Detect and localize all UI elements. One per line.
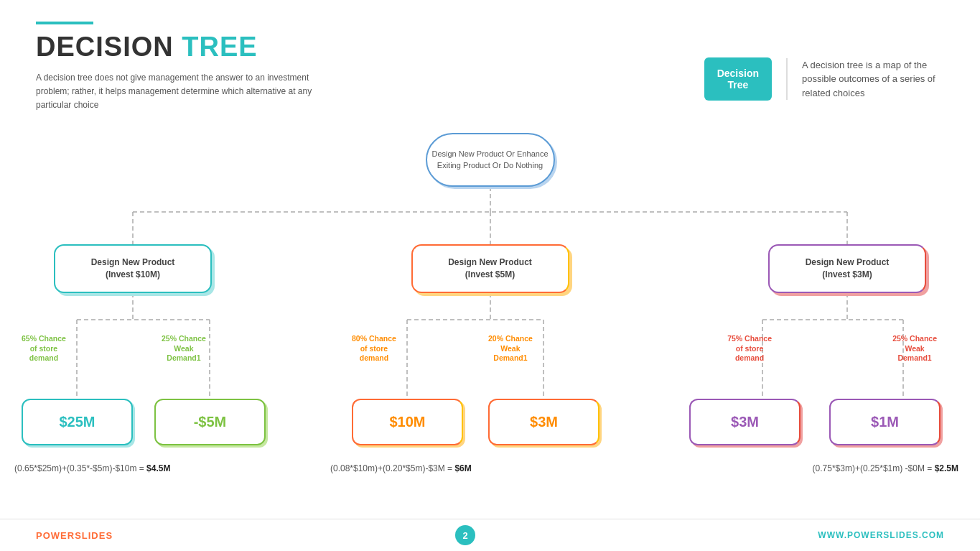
prob-r2: 25% ChanceWeakDemand1 <box>892 334 937 364</box>
prob-c2: 20% ChanceWeakDemand1 <box>488 334 533 364</box>
prob-l1: 65% Chanceof storedemand <box>22 334 66 364</box>
branch-left: Design New Product(Invest $10M) <box>54 244 212 293</box>
footer: POWERSLIDES 2 WWW.POWERSLIDES.COM <box>0 519 980 551</box>
title-teal: TREE <box>182 32 257 62</box>
footer-website: WWW.POWERSLIDES.COM <box>818 530 944 540</box>
branch-right-label: Design New Product(Invest $3M) <box>806 256 890 281</box>
branch-left-label: Design New Product(Invest $10M) <box>91 256 175 281</box>
tree-lines <box>0 133 980 508</box>
legend-badge-line1: Decision <box>717 68 759 79</box>
leaf-l2-value: -$5M <box>194 414 227 430</box>
leaf-c2: $3M <box>488 399 599 445</box>
leaf-l1: $25M <box>22 399 133 445</box>
branch-right: Design New Product(Invest $3M) <box>768 244 926 293</box>
tree-container: Design New Product Or Enhance Exiting Pr… <box>0 133 980 508</box>
leaf-r2: $1M <box>829 399 941 445</box>
formula-center: (0.08*$10m)+(0.20*$5m)-$3M = $6M <box>330 463 472 473</box>
page-number: 2 <box>455 525 475 545</box>
formula-right: (0.75*$3m)+(0.25*$1m) -$0M = $2.5M <box>813 463 958 473</box>
brand-black: POWER <box>36 530 75 541</box>
branch-center-label: Design New Product(Invest $5M) <box>448 256 532 281</box>
leaf-c1: $10M <box>352 399 463 445</box>
leaf-c1-value: $10M <box>389 414 425 430</box>
title-accent-line <box>36 22 93 24</box>
leaf-r1-value: $3M <box>731 414 759 430</box>
branch-center: Design New Product(Invest $5M) <box>411 244 569 293</box>
formula-left: (0.65*$25m)+(0.35*-$5m)-$10m = $4.5M <box>14 463 170 473</box>
leaf-l2: -$5M <box>154 399 266 445</box>
leaf-c2-value: $3M <box>530 414 558 430</box>
leaf-r2-value: $1M <box>871 414 899 430</box>
legend-badge: Decision Tree <box>704 57 772 101</box>
prob-c1: 80% Chanceof storedemand <box>352 334 396 364</box>
legend-badge-line2: Tree <box>727 79 748 91</box>
leaf-l1-value: $25M <box>59 414 95 430</box>
title-black: DECISION <box>36 32 182 62</box>
legend-description: A decision tree is a map of the possible… <box>786 58 944 101</box>
header-subtitle: A decision tree does not give management… <box>36 71 337 113</box>
prob-l2: 25% ChanceWeakDemand1 <box>162 334 206 364</box>
brand-orange: SLIDES <box>75 530 113 541</box>
root-node: Design New Product Or Enhance Exiting Pr… <box>426 133 555 187</box>
leaf-r1: $3M <box>689 399 801 445</box>
footer-brand: POWERSLIDES <box>36 530 113 541</box>
legend-box: Decision Tree A decision tree is a map o… <box>704 57 944 101</box>
prob-r1: 75% Chanceof storedemand <box>727 334 772 364</box>
root-label: Design New Product Or Enhance Exiting Pr… <box>427 149 554 171</box>
